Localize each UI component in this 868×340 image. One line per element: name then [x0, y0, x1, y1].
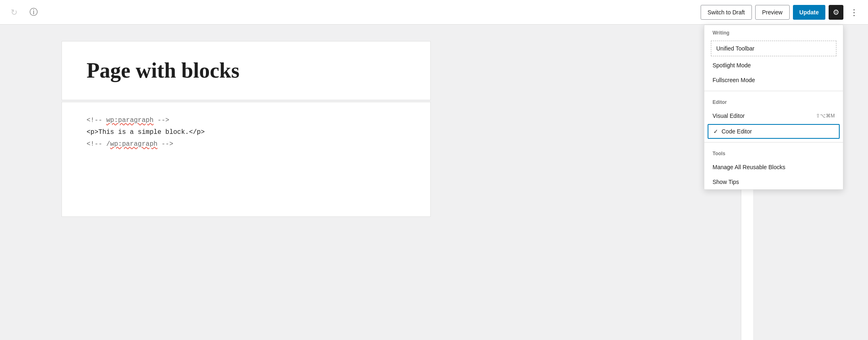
code-editor-checkmark: ✓: [713, 128, 718, 135]
more-options-button[interactable]: ⋮: [847, 5, 861, 20]
main-editor-area: Page with blocks <!-- wp:paragraph --> <…: [0, 25, 492, 340]
redo-icon: ↻: [11, 7, 18, 17]
toolbar-right: Switch to Draft Preview Update ⚙ ⋮: [701, 5, 861, 20]
editor-section-label: Editor: [704, 94, 843, 108]
code-content: <!-- wp:paragraph --> <p>This is a simpl…: [87, 115, 406, 150]
separator-1: [704, 91, 843, 91]
unified-toolbar-item[interactable]: Unified Toolbar: [711, 41, 836, 56]
show-tips-item[interactable]: Show Tips: [704, 175, 843, 189]
title-block[interactable]: Page with blocks: [62, 41, 431, 100]
ellipsis-icon: ⋮: [850, 7, 858, 17]
code-editor-block[interactable]: <!-- wp:paragraph --> <p>This is a simpl…: [62, 102, 431, 217]
top-toolbar: ↻ ⓘ Switch to Draft Preview Update ⚙ ⋮: [0, 0, 868, 25]
spotlight-mode-item[interactable]: Spotlight Mode: [704, 58, 843, 73]
update-button[interactable]: Update: [793, 5, 825, 20]
code-editor-item[interactable]: ✓Code Editor: [708, 124, 840, 139]
settings-button[interactable]: ⚙: [829, 5, 843, 20]
switch-to-draft-button[interactable]: Switch to Draft: [701, 5, 752, 20]
visual-editor-shortcut: ⇧⌥⌘M: [816, 113, 835, 119]
manage-reusable-blocks-item[interactable]: Manage All Reusable Blocks: [704, 160, 843, 175]
redo-button[interactable]: ↻: [7, 5, 21, 20]
gear-icon: ⚙: [833, 8, 839, 17]
separator-2: [704, 142, 843, 142]
editor-content: Page with blocks <!-- wp:paragraph --> <…: [62, 41, 431, 217]
settings-dropdown: Writing Unified Toolbar Spotlight Mode F…: [704, 25, 843, 190]
writing-section-label: Writing: [704, 25, 843, 39]
fullscreen-mode-item[interactable]: Fullscreen Mode: [704, 73, 843, 87]
toolbar-left: ↻ ⓘ: [7, 5, 41, 20]
page-title: Page with blocks: [87, 58, 406, 83]
info-icon: ⓘ: [30, 7, 38, 18]
info-button[interactable]: ⓘ: [26, 5, 41, 20]
tools-section-label: Tools: [704, 146, 843, 160]
preview-button[interactable]: Preview: [755, 5, 790, 20]
visual-editor-item[interactable]: Visual Editor ⇧⌥⌘M: [704, 108, 843, 123]
